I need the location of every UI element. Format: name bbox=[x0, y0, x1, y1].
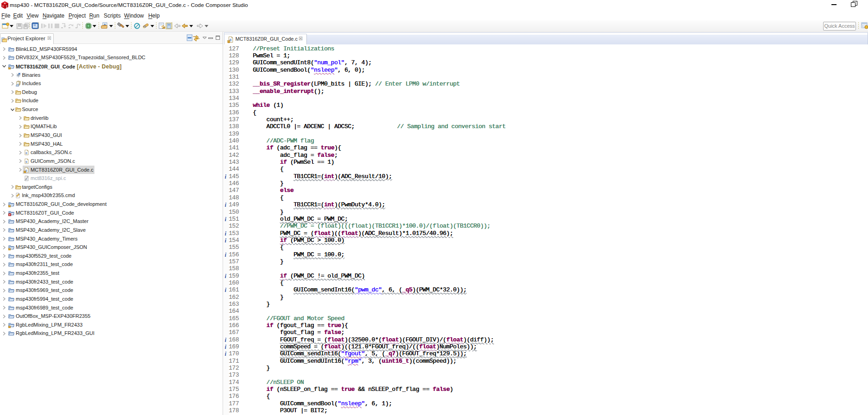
svg-text:c: c bbox=[25, 151, 27, 155]
svg-text:c: c bbox=[25, 160, 27, 164]
